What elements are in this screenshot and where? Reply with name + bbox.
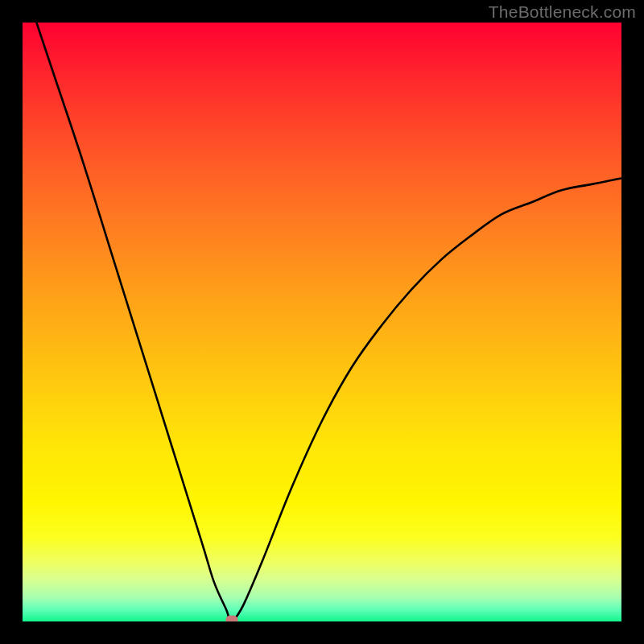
bottleneck-curve	[23, 23, 621, 621]
plot-area	[23, 23, 621, 621]
chart-stage: TheBottleneck.com	[0, 0, 644, 644]
minimum-marker	[226, 615, 238, 621]
watermark-text: TheBottleneck.com	[489, 2, 636, 22]
